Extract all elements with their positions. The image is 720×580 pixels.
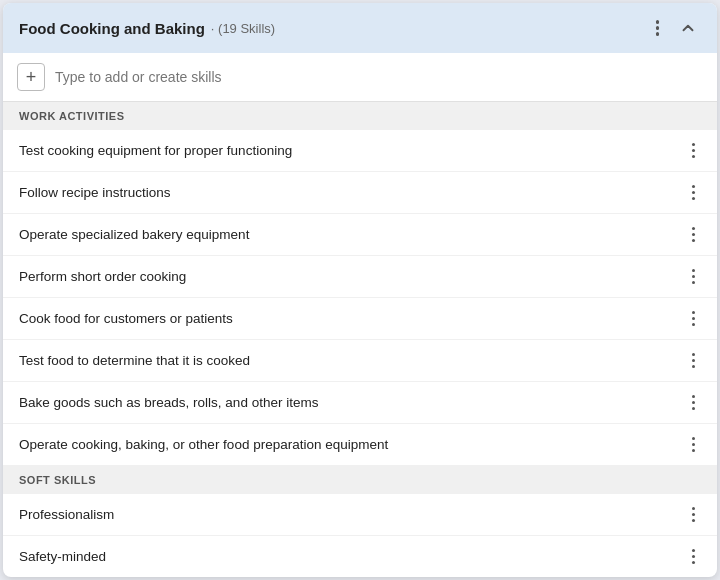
chevron-up-icon [679,19,697,37]
skill-more-button[interactable] [686,139,702,163]
search-input[interactable] [55,69,703,85]
table-row: Test food to determine that it is cooked [3,340,717,382]
skill-label: Follow recipe instructions [19,185,171,200]
more-vertical-icon [692,311,696,327]
skill-label: Professionalism [19,507,114,522]
more-vertical-icon [692,395,696,411]
table-row: Safety-minded [3,536,717,577]
section-header-soft-skills: SOFT SKILLS [3,466,717,494]
section-header-work-activities: WORK ACTIVITIES [3,102,717,130]
skill-label: Cook food for customers or patients [19,311,233,326]
header-left: Food Cooking and Baking · (19 Skills) [19,20,275,37]
table-row: Perform short order cooking [3,256,717,298]
more-vertical-icon [692,437,696,453]
header-actions [652,15,702,41]
skill-more-button[interactable] [686,181,702,205]
more-vertical-icon [656,20,660,36]
more-options-button[interactable] [652,16,664,40]
table-row: Test cooking equipment for proper functi… [3,130,717,172]
skill-more-button[interactable] [686,349,702,373]
skill-label: Test food to determine that it is cooked [19,353,250,368]
skill-more-button[interactable] [686,391,702,415]
table-row: Bake goods such as breads, rolls, and ot… [3,382,717,424]
skill-more-button[interactable] [686,545,702,569]
skill-label: Bake goods such as breads, rolls, and ot… [19,395,318,410]
more-vertical-icon [692,549,696,565]
skill-more-button[interactable] [686,265,702,289]
search-bar: + [3,53,717,102]
more-vertical-icon [692,143,696,159]
table-row: Cook food for customers or patients [3,298,717,340]
skill-label: Perform short order cooking [19,269,186,284]
table-row: Operate cooking, baking, or other food p… [3,424,717,466]
collapse-button[interactable] [675,15,701,41]
skill-more-button[interactable] [686,223,702,247]
more-vertical-icon [692,185,696,201]
card-subtitle: · (19 Skills) [211,21,275,36]
skill-label: Safety-minded [19,549,106,564]
table-row: Follow recipe instructions [3,172,717,214]
more-vertical-icon [692,507,696,523]
table-row: Professionalism [3,494,717,536]
skill-label: Operate specialized bakery equipment [19,227,249,242]
skills-content: WORK ACTIVITIESTest cooking equipment fo… [3,102,717,577]
skill-more-button[interactable] [686,433,702,457]
card-header: Food Cooking and Baking · (19 Skills) [3,3,717,53]
card-title: Food Cooking and Baking [19,20,205,37]
skill-label: Operate cooking, baking, or other food p… [19,437,388,452]
skill-label: Test cooking equipment for proper functi… [19,143,292,158]
more-vertical-icon [692,227,696,243]
add-skill-button[interactable]: + [17,63,45,91]
more-vertical-icon [692,353,696,369]
table-row: Operate specialized bakery equipment [3,214,717,256]
main-card: Food Cooking and Baking · (19 Skills) + [3,3,717,577]
skill-more-button[interactable] [686,503,702,527]
skill-more-button[interactable] [686,307,702,331]
plus-icon: + [26,67,37,88]
more-vertical-icon [692,269,696,285]
